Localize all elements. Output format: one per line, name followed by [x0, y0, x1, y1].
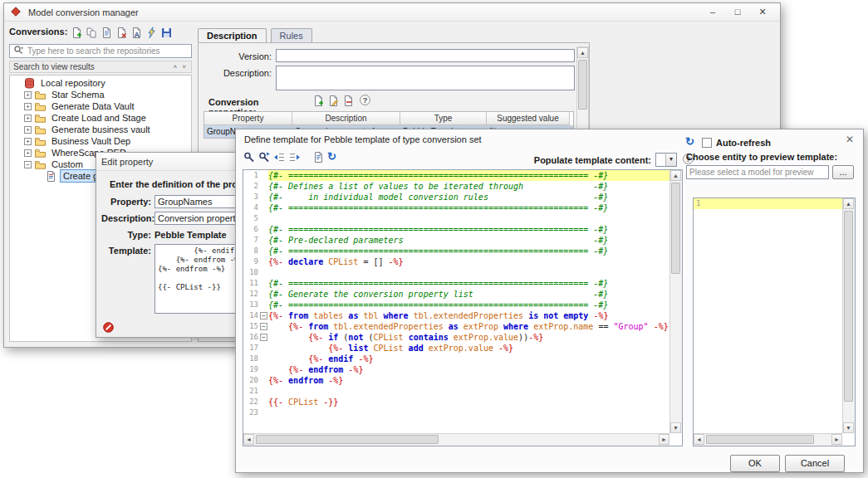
- validate-conversion-icon[interactable]: [145, 27, 159, 39]
- code-line[interactable]: 16− {%- if (not (CPList contains extProp…: [243, 332, 669, 343]
- scrollbar-thumb[interactable]: [578, 60, 587, 110]
- preview-vertical-scrollbar[interactable]: [842, 198, 855, 433]
- code-line[interactable]: 8{#- ===================================…: [243, 246, 669, 256]
- editor-scroll-down-icon[interactable]: [670, 422, 681, 433]
- dialog-close-icon[interactable]: ✕: [843, 133, 856, 146]
- template-preview-pane[interactable]: 1: [693, 198, 856, 446]
- editor-vscroll-thumb[interactable]: [671, 183, 680, 274]
- minimize-button[interactable]: –: [700, 7, 725, 17]
- tab-rules[interactable]: Rules: [271, 28, 312, 42]
- description-input[interactable]: [276, 66, 575, 90]
- fold-marker-icon[interactable]: −: [260, 323, 267, 330]
- version-input[interactable]: [276, 49, 575, 62]
- expander-icon[interactable]: +: [24, 103, 32, 110]
- browse-model-button[interactable]: ...: [832, 165, 854, 179]
- duplicate-conversion-icon[interactable]: [101, 27, 114, 39]
- code-line[interactable]: 11{#- ==================================…: [243, 278, 669, 289]
- find-icon[interactable]: [243, 151, 257, 163]
- editor-hscroll-thumb[interactable]: [256, 435, 439, 444]
- preview-scroll-right-icon[interactable]: [831, 434, 842, 445]
- tree-item[interactable]: +Generate business vault: [10, 124, 191, 135]
- maximize-button[interactable]: □: [725, 7, 750, 17]
- preview-vscroll-thumb[interactable]: [844, 211, 853, 402]
- code-line[interactable]: 17 {%- list CPList add extProp.value -%}: [243, 343, 669, 354]
- scroll-up-icon[interactable]: [577, 47, 588, 58]
- auto-refresh-checkbox[interactable]: [702, 138, 712, 148]
- code-line[interactable]: 6{#- ===================================…: [243, 224, 669, 235]
- fold-marker-icon[interactable]: −: [260, 334, 267, 341]
- code-lines[interactable]: 1{#- ===================================…: [243, 170, 669, 433]
- code-line[interactable]: 20{%- endfrom -%}: [243, 375, 669, 386]
- preview-hscroll-thumb[interactable]: [706, 435, 814, 444]
- shift-left-icon[interactable]: [273, 151, 287, 163]
- rename-conversion-icon[interactable]: A: [130, 27, 144, 39]
- expander-icon[interactable]: −: [24, 161, 32, 168]
- code-line[interactable]: 14−{%- from tables as tbl where tbl.exte…: [243, 310, 669, 321]
- populate-template-dropdown[interactable]: ▾: [655, 153, 677, 167]
- close-button[interactable]: ✕: [750, 7, 775, 17]
- tab-description[interactable]: Description: [198, 28, 267, 42]
- cancel-button[interactable]: Cancel: [785, 455, 845, 472]
- tree-item[interactable]: +Star Schema: [10, 89, 191, 100]
- new-conversion-icon[interactable]: [71, 27, 84, 39]
- refresh-editor-icon[interactable]: ↻: [327, 151, 341, 163]
- column-header[interactable]: Description: [292, 112, 400, 125]
- type-value[interactable]: Pebble Template: [154, 230, 227, 240]
- dropdown-arrow-icon[interactable]: ▾: [665, 154, 676, 166]
- code-line[interactable]: 18 {%- endif -%}: [243, 354, 669, 364]
- preview-scroll-left-icon[interactable]: [694, 434, 704, 445]
- code-line[interactable]: 7{#- Pre-declared parameters -#}: [243, 235, 669, 246]
- tree-item[interactable]: +Generate Data Vault: [10, 100, 191, 112]
- code-line[interactable]: 22{{- CPList -}}: [243, 397, 669, 407]
- preview-scroll-down-icon[interactable]: [843, 422, 854, 433]
- code-line[interactable]: 2{#- Defines a list of values to be iter…: [243, 181, 669, 192]
- editor-horizontal-scrollbar[interactable]: [243, 433, 669, 446]
- expand-down-icon[interactable]: ˅: [182, 63, 188, 71]
- copy-conversion-icon[interactable]: [86, 27, 99, 39]
- code-line[interactable]: 1{#- ===================================…: [243, 170, 669, 181]
- entity-preview-input[interactable]: Please select a model for preview: [686, 165, 829, 179]
- help-icon[interactable]: ?: [360, 95, 370, 105]
- code-line[interactable]: 3{#- in individual model conversion rule…: [243, 192, 669, 202]
- expander-icon[interactable]: +: [24, 149, 32, 157]
- tree-item[interactable]: +Business Vault Dep: [10, 135, 191, 147]
- code-line[interactable]: 10: [243, 267, 669, 278]
- editor-scroll-right-icon[interactable]: [659, 434, 669, 445]
- find-next-icon[interactable]: [258, 151, 272, 163]
- preview-horizontal-scrollbar[interactable]: [694, 433, 842, 446]
- expander-icon[interactable]: +: [24, 115, 32, 122]
- code-line[interactable]: 21: [243, 386, 669, 397]
- code-line[interactable]: 5: [243, 213, 669, 224]
- add-property-icon[interactable]: [312, 95, 326, 107]
- editor-vertical-scrollbar[interactable]: [669, 170, 682, 433]
- tree-item[interactable]: Local repository: [10, 77, 191, 89]
- collapse-up-icon[interactable]: ˄: [173, 63, 179, 71]
- expander-icon[interactable]: +: [24, 91, 32, 99]
- refresh-preview-icon[interactable]: ↻: [685, 136, 697, 149]
- code-line[interactable]: 19 {%- endfrom -%}: [243, 364, 669, 375]
- code-line[interactable]: 4{#- ===================================…: [243, 202, 669, 213]
- editor-scroll-up-icon[interactable]: [670, 170, 681, 181]
- delete-conversion-icon[interactable]: [115, 27, 129, 39]
- template-code-editor[interactable]: 1{#- ===================================…: [243, 169, 683, 446]
- code-line[interactable]: 9{%- declare CPList = [] -%}: [243, 256, 669, 267]
- expander-icon[interactable]: +: [24, 138, 32, 145]
- column-header[interactable]: Suggested value: [487, 112, 570, 125]
- column-header[interactable]: Type: [400, 112, 487, 125]
- edit-property-icon[interactable]: [327, 95, 341, 107]
- preview-template-icon[interactable]: [312, 151, 326, 163]
- expander-icon[interactable]: +: [24, 126, 32, 134]
- ok-button[interactable]: OK: [730, 455, 780, 472]
- remove-property-icon[interactable]: [342, 95, 356, 107]
- tree-item[interactable]: +Create Load and Stage: [10, 112, 191, 124]
- repository-search-input[interactable]: Type here to search the repositories: [9, 44, 192, 58]
- code-line[interactable]: 13{#- ==================================…: [243, 300, 669, 310]
- code-line[interactable]: 15− {%- from tbl.extendedProperties as e…: [243, 321, 669, 332]
- fold-marker-icon[interactable]: −: [260, 312, 267, 319]
- save-conversion-icon[interactable]: [160, 27, 174, 39]
- editor-scroll-left-icon[interactable]: [243, 434, 254, 445]
- preview-scroll-up-icon[interactable]: [843, 198, 854, 209]
- shift-right-icon[interactable]: [288, 151, 302, 163]
- code-line[interactable]: 12{#- Generate the conversion property l…: [243, 289, 669, 300]
- code-line[interactable]: 23: [243, 407, 669, 418]
